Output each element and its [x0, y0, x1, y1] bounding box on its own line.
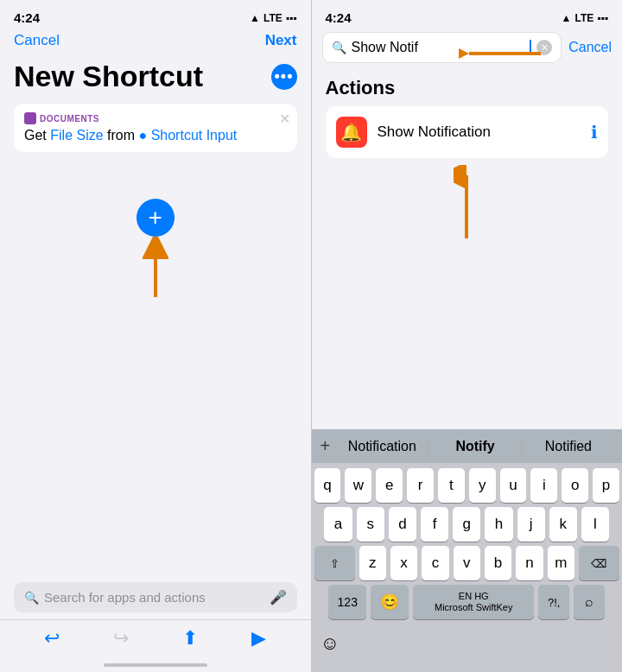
- bottom-toolbar: ↩ ↪ ⬆ ▶: [0, 619, 311, 660]
- key-k[interactable]: k: [549, 507, 577, 542]
- title-row: New Shortcut •••: [0, 56, 311, 104]
- add-action-button[interactable]: +: [136, 199, 175, 237]
- key-s[interactable]: s: [357, 507, 384, 542]
- key-p[interactable]: p: [593, 468, 619, 503]
- space-key[interactable]: EN HG Microsoft SwiftKey: [413, 585, 534, 619]
- key-c[interactable]: c: [422, 546, 448, 580]
- key-i[interactable]: i: [530, 468, 557, 503]
- key-z[interactable]: z: [359, 546, 386, 580]
- right-signal-icon: ▲: [562, 12, 572, 24]
- action-info-button[interactable]: ℹ: [591, 122, 598, 143]
- key-a[interactable]: a: [324, 507, 352, 542]
- right-battery-icon: ▪▪▪: [597, 12, 608, 24]
- more-button[interactable]: •••: [271, 64, 297, 90]
- left-time: 4:24: [14, 10, 40, 25]
- app-icon: 🔔: [336, 117, 367, 148]
- key-row-2: a s d f g h j k l: [314, 507, 620, 542]
- left-status-icons: ▲ LTE ▪▪▪: [250, 12, 296, 24]
- key-o[interactable]: o: [562, 468, 588, 503]
- key-g[interactable]: g: [453, 507, 480, 542]
- signal-icon: ▲: [250, 12, 260, 24]
- share-button[interactable]: ⬆: [182, 627, 198, 650]
- action-card-category: DOCUMENTS: [24, 112, 287, 124]
- punctuation-key[interactable]: ?!,: [538, 585, 569, 619]
- left-cancel-button[interactable]: Cancel: [14, 32, 60, 49]
- page-title: New Shortcut: [14, 60, 203, 93]
- battery-icon: ▪▪▪: [286, 12, 297, 24]
- predictive-bar: + Notification | Notify | Notified: [312, 429, 623, 463]
- key-row-3: ⇧ z x c v b n m ⌫: [314, 546, 620, 580]
- search-bar[interactable]: 🔍 Search for apps and actions 🎤: [14, 582, 297, 612]
- emoji-bottom-icon[interactable]: ☺: [321, 632, 340, 655]
- key-row-1: q w e r t y u i o p: [314, 468, 620, 503]
- search-arrow: [459, 36, 545, 71]
- action-card-content: Get File Size from ● Shortcut Input: [24, 128, 287, 143]
- key-n[interactable]: n: [516, 546, 543, 580]
- search-placeholder: Search for apps and actions: [44, 590, 206, 605]
- search-cancel-button[interactable]: Cancel: [568, 40, 612, 55]
- numbers-key[interactable]: 123: [328, 585, 366, 619]
- redo-button[interactable]: ↪: [113, 627, 129, 650]
- action-arrow: [454, 165, 479, 243]
- left-status-bar: 4:24 ▲ LTE ▪▪▪: [0, 0, 311, 29]
- keyboard-bottom-bar: ☺: [312, 627, 623, 672]
- key-e[interactable]: e: [376, 468, 403, 503]
- key-r[interactable]: r: [407, 468, 434, 503]
- actions-section: Actions 🔔 Show Notification ℹ: [312, 70, 623, 162]
- pred-word-3[interactable]: Notified: [524, 439, 613, 454]
- key-u[interactable]: u: [500, 468, 527, 503]
- key-row-4: 123 😊 EN HG Microsoft SwiftKey ?!, ⌕: [314, 585, 620, 619]
- shift-key[interactable]: ⇧: [314, 546, 355, 580]
- key-v[interactable]: v: [454, 546, 480, 580]
- more-dots-icon: •••: [275, 67, 294, 86]
- action-card: DOCUMENTS ✕ Get File Size from ● Shortcu…: [14, 104, 297, 152]
- left-next-button[interactable]: Next: [265, 32, 297, 49]
- search-icon: 🔍: [24, 591, 39, 605]
- right-carrier-label: LTE: [574, 12, 593, 24]
- show-notification-item[interactable]: 🔔 Show Notification ℹ: [326, 106, 609, 158]
- action-item-name: Show Notification: [378, 124, 581, 141]
- right-status-icons: ▲ LTE ▪▪▪: [562, 12, 608, 24]
- key-m[interactable]: m: [548, 546, 574, 580]
- search-field-icon: 🔍: [332, 41, 346, 54]
- play-button[interactable]: ▶: [251, 627, 266, 650]
- home-indicator: [104, 663, 207, 667]
- left-panel: 4:24 ▲ LTE ▪▪▪ Cancel Next New Shortcut …: [0, 0, 311, 672]
- key-q[interactable]: q: [314, 468, 341, 503]
- key-x[interactable]: x: [390, 546, 417, 580]
- key-h[interactable]: h: [485, 507, 512, 542]
- right-status-bar: 4:24 ▲ LTE ▪▪▪: [312, 0, 623, 29]
- keyboard-rows: q w e r t y u i o p a s d f g h j k: [312, 463, 623, 627]
- search-arrow-container: [459, 36, 545, 71]
- action-card-close-button[interactable]: ✕: [279, 111, 290, 127]
- pred-word-2[interactable]: Notify: [430, 439, 520, 454]
- actions-label: Actions: [326, 77, 609, 99]
- mic-icon[interactable]: 🎤: [270, 589, 287, 605]
- action-arrow-container: [312, 165, 623, 243]
- key-w[interactable]: w: [345, 468, 371, 503]
- search-kb-key[interactable]: ⌕: [574, 585, 605, 619]
- plus-icon: +: [149, 206, 162, 230]
- pred-word-1[interactable]: Notification: [337, 439, 427, 454]
- key-l[interactable]: l: [581, 507, 609, 542]
- right-time: 4:24: [326, 10, 352, 25]
- notification-icon: 🔔: [340, 122, 362, 143]
- left-nav-bar: Cancel Next: [0, 29, 311, 56]
- carrier-label: LTE: [263, 12, 282, 24]
- keyboard-area: + Notification | Notify | Notified q w e…: [312, 429, 623, 672]
- key-j[interactable]: j: [517, 507, 545, 542]
- undo-button[interactable]: ↩: [44, 627, 60, 650]
- backspace-key[interactable]: ⌫: [579, 546, 619, 580]
- key-f[interactable]: f: [421, 507, 448, 542]
- key-y[interactable]: y: [469, 468, 496, 503]
- predictive-plus-icon: +: [321, 436, 331, 456]
- right-panel: 4:24 ▲ LTE ▪▪▪ 🔍 Show Notif ✕ Cancel A: [312, 0, 623, 672]
- add-arrow: [143, 237, 168, 306]
- key-d[interactable]: d: [389, 507, 416, 542]
- emoji-key[interactable]: 😊: [371, 585, 409, 619]
- key-t[interactable]: t: [438, 468, 465, 503]
- documents-icon: [24, 112, 36, 124]
- key-b[interactable]: b: [485, 546, 511, 580]
